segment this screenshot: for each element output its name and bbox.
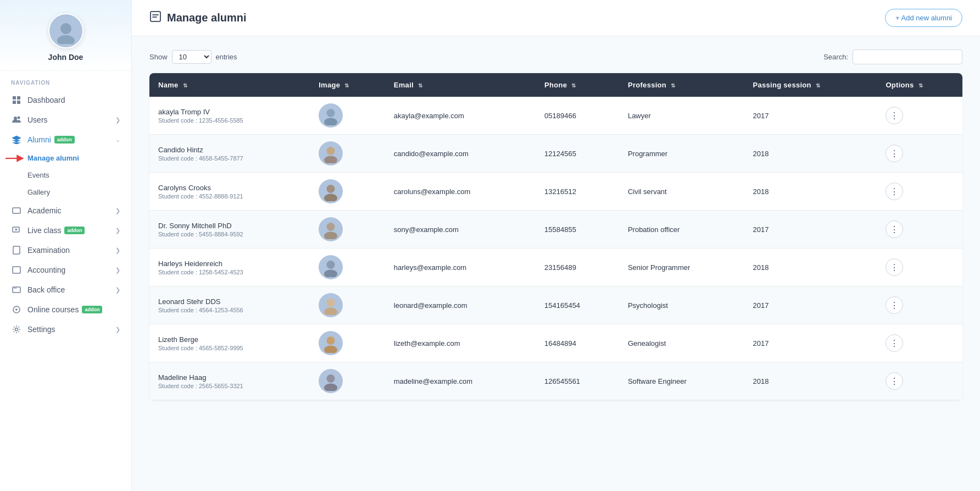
col-image[interactable]: Image ⇅ [310,73,385,97]
active-arrow-indicator [5,153,25,163]
cell-passing-session: 2017 [744,211,877,249]
sidebar-subitem-gallery[interactable]: Gallery [27,184,131,201]
svg-point-12 [14,288,15,289]
col-passing-session[interactable]: Passing session ⇅ [744,73,877,97]
row-avatar [319,255,343,279]
options-sort-icon: ⇅ [918,82,923,89]
svg-point-33 [324,384,337,391]
alumni-subnav: Manage alumni Events Gallery [0,150,131,201]
cell-phone: 23156489 [536,249,619,286]
show-label: Show [149,53,168,61]
search-input[interactable] [853,49,962,64]
sidebar-item-accounting[interactable]: Accounting ❯ [0,260,131,280]
col-profession[interactable]: Profession ⇅ [619,73,744,97]
cell-options: ⋮ [877,362,962,400]
sidebar-item-examination[interactable]: Examination ❯ [0,240,131,260]
svg-point-25 [324,232,337,240]
sidebar-item-label-back-office: Back office [27,285,65,294]
profession-sort-icon: ⇅ [671,82,675,89]
row-options-button[interactable]: ⋮ [886,107,903,124]
users-icon [11,115,22,124]
cell-phone: 154165454 [536,286,619,324]
name-sort-icon: ⇅ [183,82,187,89]
sidebar-item-label-live-class: Live class [27,226,61,235]
svg-point-13 [15,288,16,289]
svg-rect-9 [13,246,20,254]
sidebar-item-academic[interactable]: Academic ❯ [0,201,131,220]
cell-options: ⋮ [877,97,962,135]
cell-passing-session: 2018 [744,173,877,211]
svg-point-18 [327,109,335,117]
sidebar-item-users[interactable]: Users ❯ [0,110,131,130]
col-name[interactable]: Name ⇅ [149,73,310,97]
sidebar-item-online-courses[interactable]: Online courses addon [0,300,131,319]
settings-icon [11,325,22,334]
sidebar-item-dashboard[interactable]: Dashboard [0,90,131,110]
col-phone[interactable]: Phone ⇅ [536,73,619,97]
cell-image [310,173,385,211]
add-alumni-button[interactable]: + Add new alumni [885,9,962,27]
cell-image [310,286,385,324]
row-options-button[interactable]: ⋮ [886,372,903,390]
cell-profession: Programmer [619,135,744,173]
cell-name: akayla Tromp IV Student code : 1235-4556… [149,97,310,135]
image-sort-icon: ⇅ [344,82,349,89]
svg-point-22 [327,185,335,193]
entries-select[interactable]: 10 25 50 100 [172,50,211,64]
row-options-button[interactable]: ⋮ [886,296,903,314]
page-title-area: Manage alumni [149,10,246,25]
cell-options: ⋮ [877,249,962,286]
cell-options: ⋮ [877,211,962,249]
row-options-button[interactable]: ⋮ [886,183,903,200]
online-courses-addon-badge: addon [82,306,102,313]
table-row: Leonard Stehr DDS Student code : 4564-12… [149,286,962,324]
sidebar-item-label-academic: Academic [27,206,61,215]
row-options-button[interactable]: ⋮ [886,145,903,162]
cell-email: madeline@example.com [385,362,536,400]
svg-point-3 [18,117,20,119]
sidebar-subitem-manage-alumni[interactable]: Manage alumni [27,150,131,167]
cell-image [310,324,385,362]
search-label: Search: [823,53,848,61]
row-avatar [319,217,343,241]
cell-email: harleys@example.com [385,249,536,286]
sidebar-item-alumni[interactable]: Alumni addon ⌄ [0,130,131,150]
sidebar-item-back-office[interactable]: Back office ❯ [0,280,131,300]
row-options-button[interactable]: ⋮ [886,258,903,276]
table-row: Harleys Heidenreich Student code : 1258-… [149,249,962,286]
sidebar-subitem-events[interactable]: Events [27,167,131,184]
examination-chevron: ❯ [115,247,120,254]
sidebar-item-live-class[interactable]: Live class addon ❯ [0,220,131,240]
row-options-button[interactable]: ⋮ [886,220,903,238]
cell-phone: 12124565 [536,135,619,173]
cell-passing-session: 2018 [744,135,877,173]
alumni-chevron: ⌄ [115,136,120,144]
cell-profession: Genealogist [619,324,744,362]
svg-point-24 [327,223,335,231]
cell-options: ⋮ [877,286,962,324]
cell-phone: 13216512 [536,173,619,211]
alumni-icon [11,135,22,144]
svg-point-28 [327,299,335,307]
cell-email: leonard@example.com [385,286,536,324]
row-avatar [319,369,343,393]
online-courses-icon [11,305,22,314]
dashboard-icon [11,96,22,104]
passing-sort-icon: ⇅ [816,82,820,89]
cell-name: Leonard Stehr DDS Student code : 4564-12… [149,286,310,324]
svg-rect-11 [13,287,20,293]
cell-options: ⋮ [877,173,962,211]
row-avatar [319,179,343,203]
content-area: Show 10 25 50 100 entries Search: Name ⇅… [132,36,980,491]
row-options-button[interactable]: ⋮ [886,334,903,352]
sidebar-item-settings[interactable]: Settings ❯ [0,319,131,339]
show-entries-control: Show 10 25 50 100 entries [149,50,237,64]
svg-point-23 [324,194,337,202]
cell-phone: 16484894 [536,324,619,362]
table-header: Name ⇅ Image ⇅ Email ⇅ Phone ⇅ Professio… [149,73,962,97]
svg-point-1 [57,35,75,44]
table-row: akayla Tromp IV Student code : 1235-4556… [149,97,962,135]
cell-image [310,135,385,173]
col-email[interactable]: Email ⇅ [385,73,536,97]
live-class-chevron: ❯ [115,227,120,234]
